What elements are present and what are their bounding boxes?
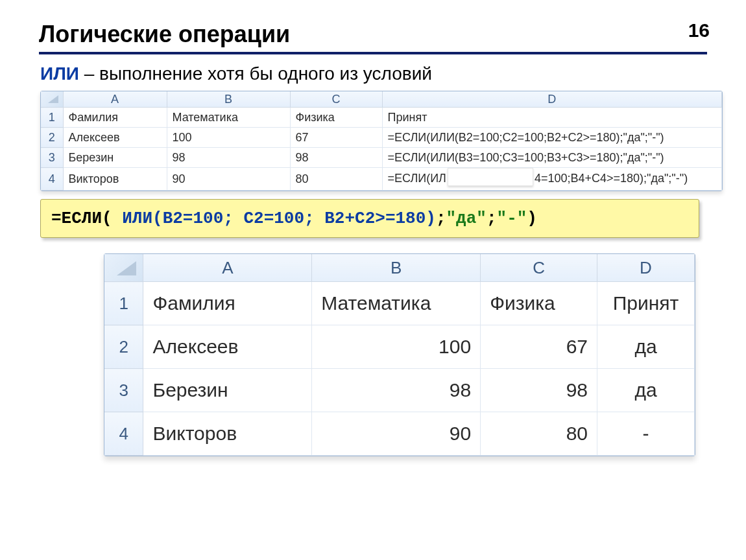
formula-literal: "-" bbox=[497, 209, 527, 228]
formula-or-clause: ИЛИ(B2=100; C2=100; B2+C2>=180) bbox=[122, 209, 436, 228]
cell[interactable]: Викторов bbox=[63, 168, 167, 191]
cell[interactable]: Викторов bbox=[143, 412, 312, 456]
cell[interactable]: 67 bbox=[481, 325, 597, 369]
cell[interactable]: 98 bbox=[481, 369, 597, 412]
formula-literal: "да" bbox=[446, 209, 487, 228]
col-header-B[interactable]: B bbox=[312, 254, 481, 282]
row-header[interactable]: 2 bbox=[41, 128, 63, 148]
spreadsheet-formula-view: A B C D 1 Фамилия Математика Физика Прин… bbox=[40, 91, 723, 191]
cell[interactable]: 90 bbox=[167, 168, 290, 191]
cell[interactable]: Березин bbox=[63, 148, 167, 168]
select-all-corner[interactable] bbox=[41, 91, 63, 108]
cell[interactable]: Физика bbox=[481, 282, 597, 325]
title-underline bbox=[39, 52, 707, 54]
cell[interactable]: =ЕСЛИ(ИЛ4=100;B4+C4>=180);"да";"-") bbox=[382, 168, 722, 191]
row-header[interactable]: 2 bbox=[104, 325, 143, 369]
cell[interactable]: Алексеев bbox=[63, 128, 167, 148]
cell[interactable]: 80 bbox=[481, 412, 597, 456]
col-header-D[interactable]: D bbox=[382, 91, 722, 108]
row-header[interactable]: 3 bbox=[41, 148, 63, 168]
cell[interactable]: 98 bbox=[290, 148, 382, 168]
cell[interactable]: 98 bbox=[312, 369, 481, 412]
row-header[interactable]: 1 bbox=[41, 108, 63, 128]
formula-part: ) bbox=[527, 209, 537, 228]
cell-text-pre: =ЕСЛИ(ИЛ bbox=[388, 172, 446, 185]
row-header[interactable]: 4 bbox=[41, 168, 63, 191]
cell[interactable]: 98 bbox=[167, 148, 290, 168]
col-header-C[interactable]: C bbox=[481, 254, 597, 282]
cell[interactable]: 100 bbox=[167, 128, 290, 148]
formula-part: ; bbox=[487, 209, 497, 228]
page-number: 16 bbox=[688, 19, 710, 41]
cell[interactable]: да bbox=[597, 369, 695, 412]
svg-marker-0 bbox=[48, 95, 58, 103]
row-header[interactable]: 4 bbox=[104, 412, 143, 456]
subtitle: ИЛИ – выполнение хотя бы одного из услов… bbox=[40, 64, 714, 84]
cell[interactable]: =ЕСЛИ(ИЛИ(B3=100;C3=100;B3+C3>=180);"да"… bbox=[382, 148, 722, 168]
cell[interactable]: Фамилия bbox=[143, 282, 312, 325]
cell[interactable]: Математика bbox=[312, 282, 481, 325]
formula-callout: =ЕСЛИ( ИЛИ(B2=100; C2=100; B2+C2>=180);"… bbox=[40, 199, 699, 238]
formula-part: =ЕСЛИ( bbox=[51, 209, 122, 228]
formula-part: ; bbox=[436, 209, 446, 228]
col-header-C[interactable]: C bbox=[290, 91, 382, 108]
tooltip-overlay bbox=[448, 168, 533, 186]
cell[interactable]: 67 bbox=[290, 128, 382, 148]
select-all-corner[interactable] bbox=[104, 254, 143, 282]
cell[interactable]: да bbox=[597, 325, 695, 369]
col-header-B[interactable]: B bbox=[167, 91, 290, 108]
cell[interactable]: Математика bbox=[167, 108, 290, 128]
subtitle-text: – выполнение хотя бы одного из условий bbox=[79, 64, 432, 84]
col-header-A[interactable]: A bbox=[63, 91, 167, 108]
cell[interactable]: 100 bbox=[312, 325, 481, 369]
svg-marker-1 bbox=[117, 261, 136, 275]
spreadsheet-result-view: A B C D 1 Фамилия Математика Физика Прин… bbox=[104, 253, 695, 456]
col-header-D[interactable]: D bbox=[597, 254, 695, 282]
row-header[interactable]: 1 bbox=[104, 282, 143, 325]
cell[interactable]: Принят bbox=[597, 282, 695, 325]
cell[interactable]: Алексеев bbox=[143, 325, 312, 369]
row-header[interactable]: 3 bbox=[104, 369, 143, 412]
cell[interactable]: Фамилия bbox=[63, 108, 167, 128]
cell[interactable]: Физика bbox=[290, 108, 382, 128]
cell-text-post: 4=100;B4+C4>=180);"да";"-") bbox=[535, 172, 688, 185]
subtitle-keyword: ИЛИ bbox=[40, 64, 79, 84]
page-title: Логические операции bbox=[39, 21, 714, 48]
cell[interactable]: =ЕСЛИ(ИЛИ(B2=100;C2=100;B2+C2>=180);"да"… bbox=[382, 128, 722, 148]
cell[interactable]: 80 bbox=[290, 168, 382, 191]
col-header-A[interactable]: A bbox=[143, 254, 312, 282]
cell[interactable]: 90 bbox=[312, 412, 481, 456]
cell[interactable]: - bbox=[597, 412, 695, 456]
cell[interactable]: Принят bbox=[382, 108, 722, 128]
cell[interactable]: Березин bbox=[143, 369, 312, 412]
